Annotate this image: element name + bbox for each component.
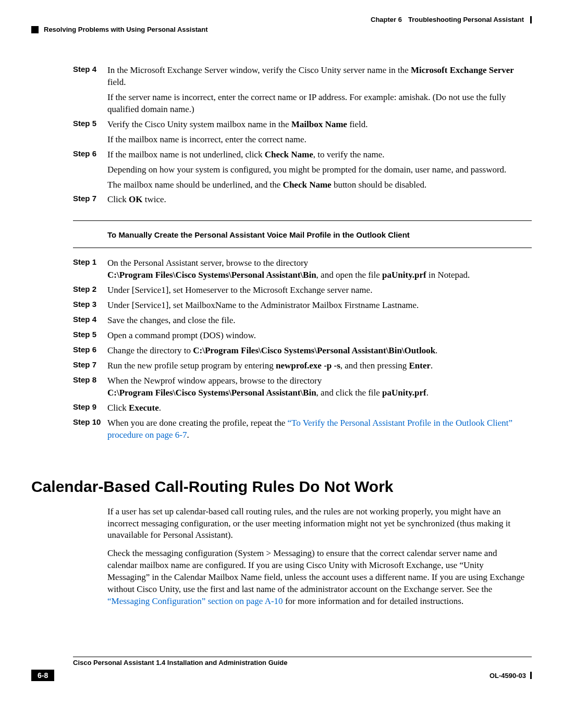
- divider: [73, 248, 532, 248]
- step-continuation: If the mailbox name is incorrect, enter …: [107, 134, 527, 146]
- step-row: Step 6 If the mailbox name is not underl…: [73, 149, 527, 161]
- step-label: Step 10: [73, 417, 107, 441]
- step-label: Step 9: [73, 402, 107, 414]
- step-label: Step 4: [73, 65, 107, 89]
- page-footer: Cisco Personal Assistant 1.4 Installatio…: [31, 657, 532, 681]
- step-label: Step 4: [73, 315, 107, 327]
- step-text: Change the directory to C:\Program Files…: [107, 345, 527, 357]
- divider: [73, 220, 532, 221]
- step-list-b: Step 1 On the Personal Assistant server,…: [73, 257, 527, 441]
- step-text: Run the new profile setup program by ent…: [107, 360, 527, 372]
- chapter-label: Chapter 6: [371, 16, 402, 23]
- step-text: Verify the Cisco Unity system mailbox na…: [107, 119, 527, 131]
- step-text: Under [Service1], set MailboxName to the…: [107, 300, 527, 312]
- step-label: Step 2: [73, 285, 107, 297]
- step-label: Step 6: [73, 345, 107, 357]
- step-label: Step 1: [73, 257, 107, 281]
- procedure-subheading: To Manually Create the Personal Assistan…: [107, 230, 532, 239]
- doc-id: OL-4590-03: [489, 672, 532, 680]
- step-row: Step 1 On the Personal Assistant server,…: [73, 257, 527, 281]
- step-label: Step 3: [73, 300, 107, 312]
- chapter-title: Troubleshooting Personal Assistant: [408, 16, 524, 23]
- step-continuation: Depending on how your system is configur…: [107, 164, 527, 176]
- step-text: When you are done creating the profile, …: [107, 417, 527, 441]
- step-text: Open a command prompt (DOS) window.: [107, 330, 527, 342]
- footer-rule-icon: [530, 672, 532, 679]
- square-bullet-icon: [31, 26, 39, 33]
- page-header-sub: Resolving Problems with Using Personal A…: [31, 26, 532, 33]
- page-number: 6-8: [31, 670, 54, 681]
- body-paragraph: Check the messaging configuration (Syste…: [107, 548, 527, 608]
- step-list-a: Step 4 In the Microsoft Exchange Server …: [73, 65, 527, 206]
- step-row: Step 9 Click Execute.: [73, 402, 527, 414]
- heading-level-2: Calendar-Based Call-Routing Rules Do Not…: [31, 478, 532, 496]
- step-continuation: If the server name is incorrect, enter t…: [107, 92, 527, 116]
- step-text: Click Execute.: [107, 402, 527, 414]
- step-text: When the Newprof window appears, browse …: [107, 375, 527, 399]
- cross-reference-link[interactable]: “Messaging Configuration” section on pag…: [107, 596, 283, 606]
- step-row: Step 3 Under [Service1], set MailboxName…: [73, 300, 527, 312]
- step-row: Step 5 Verify the Cisco Unity system mai…: [73, 119, 527, 131]
- section-title: Resolving Problems with Using Personal A…: [44, 26, 207, 33]
- step-label: Step 7: [73, 360, 107, 372]
- step-row: Step 5 Open a command prompt (DOS) windo…: [73, 330, 527, 342]
- step-label: Step 5: [73, 119, 107, 131]
- step-row: Step 4 In the Microsoft Exchange Server …: [73, 65, 527, 89]
- step-row: Step 7 Run the new profile setup program…: [73, 360, 527, 372]
- body-paragraph: If a user has set up calendar-based call…: [107, 506, 527, 542]
- step-label: Step 7: [73, 194, 107, 206]
- page-header-top: Chapter 6 Troubleshooting Personal Assis…: [31, 16, 532, 23]
- footer-doc-title: Cisco Personal Assistant 1.4 Installatio…: [73, 657, 532, 667]
- step-text: In the Microsoft Exchange Server window,…: [107, 65, 527, 89]
- step-row: Step 6 Change the directory to C:\Progra…: [73, 345, 527, 357]
- step-text: On the Personal Assistant server, browse…: [107, 257, 527, 281]
- step-label: Step 5: [73, 330, 107, 342]
- step-label: Step 8: [73, 375, 107, 399]
- step-text: Save the changes, and close the file.: [107, 315, 527, 327]
- step-text: Under [Service1], set Homeserver to the …: [107, 285, 527, 297]
- step-row: Step 2 Under [Service1], set Homeserver …: [73, 285, 527, 297]
- step-row: Step 4 Save the changes, and close the f…: [73, 315, 527, 327]
- header-rule-icon: [530, 16, 532, 23]
- step-row: Step 7 Click OK twice.: [73, 194, 527, 206]
- step-text: Click OK twice.: [107, 194, 527, 206]
- step-label: Step 6: [73, 149, 107, 161]
- step-row: Step 8 When the Newprof window appears, …: [73, 375, 527, 399]
- step-text: If the mailbox name is not underlined, c…: [107, 149, 527, 161]
- step-row: Step 10 When you are done creating the p…: [73, 417, 527, 441]
- step-continuation: The mailbox name should be underlined, a…: [107, 179, 527, 191]
